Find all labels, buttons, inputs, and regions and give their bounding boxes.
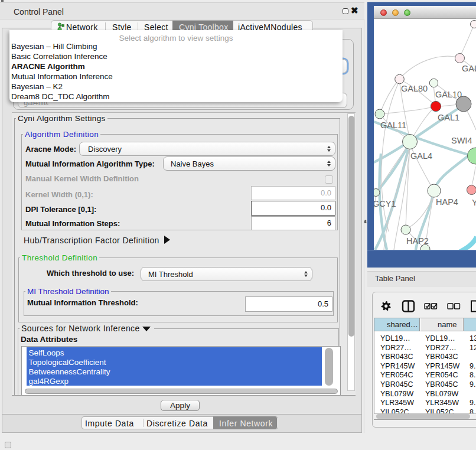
svg-text:HAP2: HAP2 (406, 236, 429, 246)
svg-text:GAL10: GAL10 (435, 90, 462, 99)
svg-text:GCY1: GCY1 (374, 199, 396, 208)
svg-text:GAL4: GAL4 (410, 151, 432, 161)
svg-text:GAL1: GAL1 (438, 113, 459, 122)
svg-text:Y: Y (472, 198, 476, 207)
svg-text:GAL: GAL (462, 64, 476, 73)
svg-text:HAP4: HAP4 (436, 197, 458, 207)
svg-text:GAL80: GAL80 (401, 84, 428, 93)
svg-text:GAL11: GAL11 (380, 120, 406, 130)
svg-text:SWI4: SWI4 (451, 136, 472, 145)
